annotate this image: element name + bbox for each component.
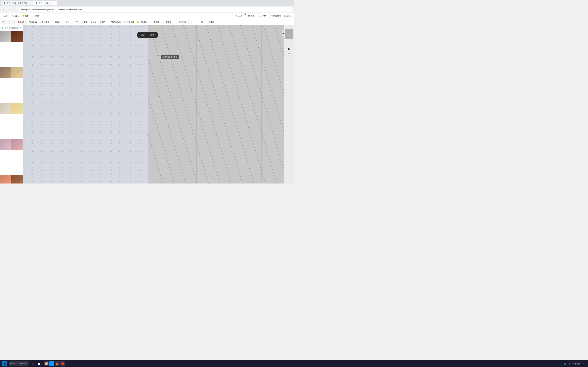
view-icon: 👁 [191,21,193,23]
help-icon: ❓ [259,15,262,17]
ref-dropdown: ▾ [159,21,160,23]
tab-2-label: 云设计工具_... [39,2,51,4]
offset-icon: ⊕ [90,21,92,23]
tab-1-close[interactable]: × [28,2,31,4]
download-label: 下载 [199,21,203,23]
separator-1 [26,20,27,24]
material-thumb [11,67,23,78]
download-button[interactable]: ⬇ 下载 ▾ [196,20,206,25]
list-item[interactable] [0,139,11,150]
list-item[interactable] [11,139,23,150]
tutorial-label: 教程 [251,15,254,17]
tab-1-favicon: 🔷 [3,2,6,4]
tutorial-icon: 📚 [248,15,250,17]
share-button[interactable]: 🤝 协作 [21,14,30,18]
list-item[interactable] [0,103,11,114]
tooltip-text: 选择需要活铸的面 [163,56,177,58]
attach-label: 辅助圆弧线 [111,21,121,23]
address-input[interactable]: yun.kujiale.com/tool/h5/diy?designid=3FO… [19,7,293,12]
forward-button[interactable]: → [7,7,12,12]
attach-button[interactable]: 〜 辅助圆弧线 [108,20,122,25]
address-text: yun.kujiale.com/tool/h5/diy?designid=3FO… [21,8,82,10]
list-item[interactable] [0,175,11,184]
right-panel-toggle[interactable]: ◀ [282,30,284,36]
search-icon: 🔍 [2,21,4,23]
toolbar-search-area: 🔍 [1,20,15,24]
sidebar-search-input[interactable] [5,27,23,29]
back-button[interactable]: ← [1,7,6,12]
list-item[interactable] [0,67,11,78]
canvas-area[interactable]: 确定 取消 ↖ 选择需要活铸的面 然后这样子还有一个问题 02:13 ◀ ⊞ [23,25,294,184]
left-sidebar: 🔍 ⊟ [0,25,23,184]
material-button[interactable]: 🖌 材质刷 ▾ [162,20,174,25]
chart-button[interactable]: 📋 图纸 ▾ [206,20,217,25]
tutorial-button[interactable]: 📚 教程 ▾ [246,14,257,18]
stretch-label: 拉伸 [75,21,78,23]
light-button[interactable]: 💡 灯车 [98,20,107,25]
room-button[interactable]: 🏠 房间 [283,14,292,18]
confirm-cancel-button[interactable]: 取消 [148,33,157,37]
room-label: 房间 [287,15,291,17]
panel-icon-2[interactable]: ≡ [287,52,291,55]
compare-button[interactable]: ⚡ 空间对撞 [174,20,188,25]
rect-dropdown: ▾ [49,21,50,23]
help-button[interactable]: ❓ 帮助 ▾ [258,14,269,18]
circle-button[interactable]: ○ 圆 (O) [52,20,61,25]
canvas-grid-area [23,25,148,184]
tools-notification-dot [244,13,246,15]
tile-button[interactable]: ⬜ 圆覆瓷砖 [122,20,135,25]
edit-label: 编辑 [15,15,19,17]
rotate-label: 旋转 [84,21,87,23]
measure-button[interactable]: 📐 测量 (J) ▾ [136,20,149,25]
view-button[interactable]: 👁 ▾ [190,20,196,25]
rect-button[interactable]: ▭ 矩形 (N) ▾ [38,20,52,25]
app-toolbar: 工具 ✏️ 编辑 🤝 协作 🧹 清空 ▾ 🔧 工具 ▾ 📚 教程 ▾ ❓ 帮助 … [0,13,294,19]
list-item[interactable] [11,31,23,42]
help-label: 帮助 [262,15,266,17]
clear-button[interactable]: 🧹 清空 ▾ [31,14,42,18]
cad-button[interactable]: 📤 CAD [16,20,26,25]
rect-label: 矩形 (N) [42,21,49,23]
tab-2[interactable]: 🔷 云设计工具_... × [33,1,57,5]
line-icon: / [29,21,30,23]
toolbar-search-input[interactable]: 🔍 [1,20,15,24]
tile-label: 圆覆瓷砖 [127,21,134,23]
circle-icon: ○ [53,21,54,23]
material-thumb [11,175,23,184]
measure-label: 测量 (J) [140,21,147,23]
list-item[interactable] [11,175,23,184]
tools-button[interactable]: 🔧 工具 ▾ [234,14,245,18]
stretch-button[interactable]: ↔ 拉伸 [71,20,80,25]
confirm-ok-button[interactable]: 确定 [138,33,147,37]
list-item[interactable] [0,31,11,42]
download-dropdown: ▾ [204,21,205,23]
list-item[interactable] [11,103,23,114]
offset-label: 偏移 [92,21,96,23]
list-item[interactable] [11,67,23,78]
right-overlay-panel: ◀ ⊞ ≡ 材质合价 ✓ 正在计... [284,25,294,184]
separator-2 [189,20,189,24]
svg-line-3 [149,25,279,184]
tab-1[interactable]: 🔷 云设计工具_-未命名方案 × [1,1,33,5]
tutorial-dropdown-icon: ▾ [255,15,256,17]
material-preview [285,29,293,39]
download-icon: ⬇ [197,21,199,23]
new-tab-button[interactable]: + [58,1,62,5]
arc-button[interactable]: ⌒ 弧形 [62,20,71,25]
rotate-button[interactable]: ↻ 旋转 [80,20,89,25]
tab-2-close[interactable]: × [52,2,54,4]
restore-button[interactable]: ↩ 恢复显示 [270,14,282,18]
address-bar-row: ← → ↻ yun.kujiale.com/tool/h5/diy?design… [0,6,294,13]
line-label: 直线 (L) [30,21,37,23]
reload-button[interactable]: ↻ [13,7,18,12]
ref-button[interactable]: — 参考线 ▾ [150,20,162,25]
line-button[interactable]: / 直线 (L) [28,20,38,25]
cursor-indicator: ↖ [157,54,159,57]
right-panel-toggle-icon: ◀ [282,33,284,34]
edit-button[interactable]: ✏️ 编辑 [10,14,20,18]
sidebar-search-icon: 🔍 [1,27,4,29]
material-thumb [0,31,11,42]
offset-button[interactable]: ⊕ 偏移 [89,20,97,25]
clear-dropdown-icon: ▾ [40,15,41,17]
panel-icon-1[interactable]: ⊞ [287,47,291,51]
